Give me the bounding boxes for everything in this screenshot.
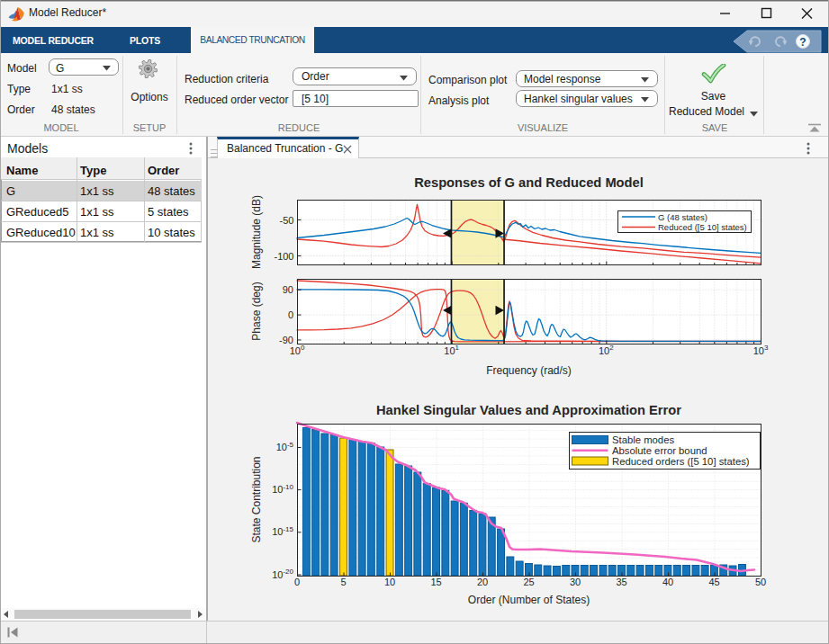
svg-text:Absolute error bound: Absolute error bound (612, 445, 707, 456)
svg-text:40: 40 (662, 577, 673, 587)
svg-text:45: 45 (708, 577, 719, 587)
svg-text:Responses of G and Reduced Mod: Responses of G and Reduced Model (414, 175, 644, 190)
svg-text:?: ? (799, 36, 806, 49)
svg-text:-90: -90 (279, 335, 293, 345)
svg-text:5: 5 (340, 577, 346, 587)
svg-text:90: 90 (283, 284, 293, 295)
svg-text:Phase (deg): Phase (deg) (250, 282, 263, 340)
svg-text:10: 10 (384, 577, 395, 587)
svg-text:State Contribution: State Contribution (250, 456, 263, 542)
svg-text:Stable modes: Stable modes (612, 434, 674, 445)
svg-text:0: 0 (294, 577, 300, 587)
svg-text:30: 30 (570, 577, 581, 587)
svg-text:25: 25 (523, 577, 534, 587)
svg-text:Order (Number of States): Order (Number of States) (468, 594, 590, 606)
svg-text:20: 20 (477, 577, 488, 587)
svg-text:Frequency (rad/s): Frequency (rad/s) (486, 364, 572, 377)
svg-text:0: 0 (288, 309, 293, 320)
svg-text:Hankel Singular Values and App: Hankel Singular Values and Approximation… (376, 403, 681, 417)
svg-text:G (48 states): G (48 states) (658, 212, 707, 222)
svg-text:Reduced ([5 10] states): Reduced ([5 10] states) (658, 222, 747, 232)
svg-text:50: 50 (755, 577, 766, 587)
svg-text:-100: -100 (274, 251, 293, 262)
svg-text:Magnitude (dB): Magnitude (dB) (250, 195, 263, 269)
svg-text:-50: -50 (280, 215, 294, 226)
svg-text:Reduced orders ([5 10] states): Reduced orders ([5 10] states) (612, 456, 750, 467)
svg-text:15: 15 (430, 577, 441, 587)
svg-text:35: 35 (616, 577, 626, 587)
